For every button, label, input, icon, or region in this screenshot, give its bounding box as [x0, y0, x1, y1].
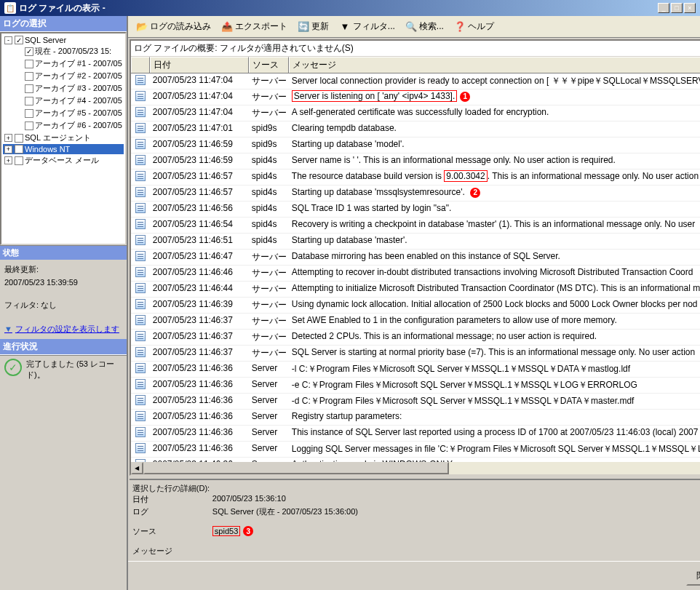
row-date: 2007/05/23 11:46:36 [150, 394, 249, 409]
left-sidebar: ログの選択 -✓SQL Server✓現在 - 2007/05/23 15:アー… [0, 16, 128, 590]
row-date: 2007/05/23 11:46:36 [150, 426, 249, 441]
tree-label: 現在 - 2007/05/23 15: [35, 46, 111, 57]
last-update-label: 最終更新: [4, 264, 122, 275]
close-button[interactable]: × [684, 3, 696, 13]
log-row[interactable]: 2007/05/23 11:46:36Server-d C:￥Program F… [131, 394, 700, 410]
expander-icon[interactable]: + [4, 145, 12, 154]
load-log-button[interactable]: 📂ログの読み込み [132, 18, 215, 35]
log-row[interactable]: 2007/05/23 11:46:59spid4sServer name is … [131, 154, 700, 170]
tree-item[interactable]: +データベース メール [3, 154, 124, 167]
expander-icon[interactable]: - [4, 36, 12, 44]
tree-item[interactable]: アーカイブ #6 - 2007/05 [3, 119, 124, 132]
col-message[interactable]: メッセージ [289, 57, 700, 73]
log-row[interactable]: 2007/05/23 11:46:37サーバーSQL Server is sta… [131, 346, 700, 362]
info-icon [131, 314, 150, 329]
row-source: Server [249, 362, 289, 377]
export-button[interactable]: 📤エクスポート [218, 18, 291, 35]
row-date: 2007/05/23 11:46:59 [150, 154, 249, 169]
maximize-button[interactable]: □ [671, 3, 683, 13]
log-tree[interactable]: -✓SQL Server✓現在 - 2007/05/23 15:アーカイブ #1… [0, 32, 127, 245]
tree-item[interactable]: -✓SQL Server [3, 35, 124, 45]
log-row[interactable]: 2007/05/23 11:46:59spid9sStarting up dat… [131, 137, 700, 154]
tree-item[interactable]: ✓現在 - 2007/05/23 15: [3, 45, 124, 57]
col-icon[interactable] [131, 57, 150, 73]
log-row[interactable]: 2007/05/23 11:46:37サーバーSet AWE Enabled t… [131, 314, 700, 330]
checkbox[interactable] [15, 134, 23, 143]
help-button[interactable]: ❓ヘルプ [450, 18, 498, 35]
row-message: Server is listening on [ 'any' <ipv4> 14… [289, 89, 700, 105]
filter-icon: ▼ [339, 21, 351, 33]
log-grid[interactable]: 日付 ソース メッセージ 2007/05/23 11:47:04サーバーServ… [131, 57, 700, 462]
log-row[interactable]: 2007/05/23 11:46:39サーバーUsing dynamic loc… [131, 298, 700, 314]
row-message: Attempting to initialize Microsoft Distr… [289, 282, 700, 297]
checkbox[interactable] [15, 145, 23, 154]
log-row[interactable]: 2007/05/23 11:46:56spid4sSQL Trace ID 1 … [131, 202, 700, 218]
expander-icon[interactable]: + [4, 134, 12, 142]
log-row[interactable]: 2007/05/23 11:46:36ServerRegistry startu… [131, 410, 700, 426]
details-panel: 選択した行の詳細(D): 日付 2007/05/23 15:36:10 ログ S… [130, 479, 700, 559]
expander-icon[interactable]: + [4, 156, 12, 164]
tree-item[interactable]: アーカイブ #1 - 2007/05 [3, 57, 124, 70]
log-row[interactable]: 2007/05/23 11:46:57spid4sStarting up dat… [131, 186, 700, 202]
log-row[interactable]: 2007/05/23 11:46:44サーバーAttempting to ini… [131, 282, 700, 298]
funnel-icon: ▼ [4, 324, 12, 333]
info-icon [131, 218, 150, 233]
status-header: 状態 [0, 246, 127, 260]
tree-item[interactable]: +Windows NT [3, 144, 124, 154]
log-row[interactable]: 2007/05/23 11:46:46サーバーAttempting to rec… [131, 266, 700, 282]
tree-label: Windows NT [25, 145, 70, 154]
row-source: サーバー [249, 346, 289, 361]
scroll-left-button[interactable]: ◀ [131, 462, 143, 474]
tree-item[interactable]: アーカイブ #4 - 2007/05 [3, 95, 124, 107]
checkbox[interactable] [25, 72, 33, 81]
log-row[interactable]: 2007/05/23 11:46:54spid4sRecovery is wri… [131, 218, 700, 234]
filter-button[interactable]: ▼フィルタ... [335, 18, 399, 35]
horizontal-scrollbar[interactable]: ◀ ▶ [131, 462, 700, 474]
close-dialog-button[interactable]: 閉じる(C) [686, 566, 700, 586]
row-date: 2007/05/23 11:46:54 [150, 218, 249, 233]
col-date[interactable]: 日付 [150, 57, 249, 73]
row-message: This instance of SQL Server last reporte… [289, 426, 700, 441]
log-row[interactable]: 2007/05/23 11:46:57spid4sThe resource da… [131, 170, 700, 186]
row-date: 2007/05/23 11:47:01 [150, 121, 249, 137]
checkbox[interactable]: ✓ [25, 47, 33, 56]
log-row[interactable]: 2007/05/23 11:46:36ServerLogging SQL Ser… [131, 442, 700, 458]
info-icon [131, 378, 150, 393]
info-icon [131, 121, 150, 137]
log-row[interactable]: 2007/05/23 11:46:36Server-e C:￥Program F… [131, 378, 700, 394]
minimize-button[interactable]: _ [658, 3, 669, 13]
tree-item[interactable]: アーカイブ #3 - 2007/05 [3, 82, 124, 95]
info-icon [131, 234, 150, 249]
log-row[interactable]: 2007/05/23 11:46:51spid4sStarting up dat… [131, 234, 700, 250]
row-source: Server [249, 410, 289, 425]
row-source: Server [249, 442, 289, 457]
checkbox[interactable] [25, 60, 33, 68]
info-icon [131, 202, 150, 217]
checkbox[interactable]: ✓ [15, 36, 23, 44]
log-row[interactable]: 2007/05/23 11:47:04サーバーA self-generated … [131, 105, 700, 121]
refresh-button[interactable]: 🔄更新 [294, 18, 333, 35]
checkbox[interactable] [25, 121, 33, 130]
toolbar: 📂ログの読み込み 📤エクスポート 🔄更新 ▼フィルタ... 🔍検索... ❓ヘル… [128, 16, 700, 38]
tree-item[interactable]: アーカイブ #5 - 2007/05 [3, 107, 124, 119]
log-row[interactable]: 2007/05/23 11:46:36Server-l C:￥Program F… [131, 362, 700, 378]
search-button[interactable]: 🔍検索... [402, 18, 448, 35]
checkbox[interactable] [25, 84, 33, 93]
checkbox[interactable] [25, 97, 33, 105]
tree-item[interactable]: +SQL エージェント [3, 132, 124, 144]
log-row[interactable]: 2007/05/23 11:46:37サーバーDetected 2 CPUs. … [131, 330, 700, 346]
success-check-icon: ✓ [4, 359, 22, 376]
log-row[interactable]: 2007/05/23 11:46:47サーバーDatabase mirrorin… [131, 250, 700, 266]
checkbox[interactable] [15, 156, 23, 165]
details-header: 選択した行の詳細(D): [132, 483, 700, 494]
log-row[interactable]: 2007/05/23 11:47:04サーバーServer local conn… [131, 73, 700, 89]
tree-label: アーカイブ #6 - 2007/05 [35, 120, 122, 131]
log-row[interactable]: 2007/05/23 11:47:01spid9sClearing tempdb… [131, 121, 700, 137]
log-row[interactable]: 2007/05/23 11:47:04サーバーServer is listeni… [131, 89, 700, 105]
checkbox[interactable] [25, 109, 33, 118]
log-row[interactable]: 2007/05/23 11:46:36ServerThis instance o… [131, 426, 700, 442]
scroll-h-thumb[interactable] [143, 462, 449, 474]
tree-item[interactable]: アーカイブ #2 - 2007/05 [3, 70, 124, 82]
col-source[interactable]: ソース [249, 57, 289, 73]
filter-settings-link[interactable]: ▼ フィルタの設定を表示します [4, 324, 122, 335]
